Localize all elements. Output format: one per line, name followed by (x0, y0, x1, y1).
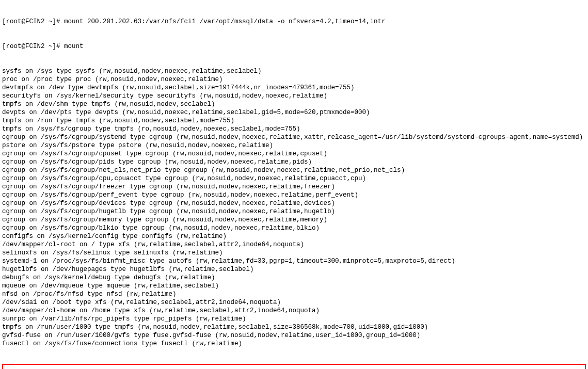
mount-line: gvfsd-fuse on /run/user/1000/gvfs type f… (2, 331, 586, 340)
terminal-output[interactable]: [root@FCIN2 ~]# mount 200.201.202.63:/va… (0, 0, 588, 369)
mount-line: pstore on /sys/fs/pstore type pstore (rw… (2, 141, 586, 150)
mount-line: cgroup on /sys/fs/cgroup/cpu,cpuacct typ… (2, 174, 586, 183)
mount-line: /dev/mapper/cl-root on / type xfs (rw,re… (2, 240, 586, 249)
mount-line: cgroup on /sys/fs/cgroup/blkio type cgro… (2, 224, 586, 232)
highlighted-mount-entry: 200.201.202.63:/var/nfs/fci1 on /var/opt… (2, 364, 586, 369)
mount-line: mqueue on /dev/mqueue type mqueue (rw,re… (2, 282, 586, 290)
mount-line: securityfs on /sys/kernel/security type … (2, 92, 586, 100)
mount-line: tmpfs on /run/user/1000 type tmpfs (rw,n… (2, 323, 586, 331)
mount-line: cgroup on /sys/fs/cgroup/memory type cgr… (2, 216, 586, 224)
command-line-2: [root@FCIN2 ~]# mount (2, 42, 586, 51)
mount-line: cgroup on /sys/fs/cgroup/devices type cg… (2, 199, 586, 207)
mount-line: sunrpc on /var/lib/nfs/rpc_pipefs type r… (2, 315, 586, 323)
mount-line: nfsd on /proc/fs/nfsd type nfsd (rw,rela… (2, 290, 586, 298)
mount-line: systemd-1 on /proc/sys/fs/binfmt_misc ty… (2, 257, 586, 265)
mount-line: cgroup on /sys/fs/cgroup/net_cls,net_pri… (2, 166, 586, 174)
command-line-1: [root@FCIN2 ~]# mount 200.201.202.63:/va… (2, 18, 586, 26)
mount-line: sysfs on /sys type sysfs (rw,nosuid,node… (2, 67, 586, 75)
mount-line: tmpfs on /dev/shm type tmpfs (rw,nosuid,… (2, 100, 586, 108)
mount-line: fusectl on /sys/fs/fuse/connections type… (2, 340, 586, 348)
mount-line: debugfs on /sys/kernel/debug type debugf… (2, 274, 586, 282)
mount-line: cgroup on /sys/fs/cgroup/systemd type cg… (2, 133, 586, 141)
mount-line: /dev/sda1 on /boot type xfs (rw,relatime… (2, 298, 586, 307)
mount-line: cgroup on /sys/fs/cgroup/freezer type cg… (2, 183, 586, 191)
mount-line: selinuxfs on /sys/fs/selinux type selinu… (2, 249, 586, 257)
mount-line: devtmpfs on /dev type devtmpfs (rw,nosui… (2, 84, 586, 92)
mount-line: tmpfs on /sys/fs/cgroup type tmpfs (ro,n… (2, 125, 586, 133)
mount-line: cgroup on /sys/fs/cgroup/cpuset type cgr… (2, 150, 586, 158)
mount-line: /dev/mapper/cl-home on /home type xfs (r… (2, 307, 586, 315)
mount-line: devpts on /dev/pts type devpts (rw,nosui… (2, 108, 586, 117)
mount-output: sysfs on /sys type sysfs (rw,nosuid,node… (2, 67, 586, 348)
mount-line: proc on /proc type proc (rw,nosuid,nodev… (2, 75, 586, 84)
mount-line: cgroup on /sys/fs/cgroup/pids type cgrou… (2, 158, 586, 166)
mount-line: configfs on /sys/kernel/config type conf… (2, 232, 586, 240)
mount-line: hugetlbfs on /dev/hugepages type hugetlb… (2, 265, 586, 274)
mount-line: cgroup on /sys/fs/cgroup/perf_event type… (2, 191, 586, 199)
mount-line: tmpfs on /run type tmpfs (rw,nosuid,node… (2, 117, 586, 125)
mount-line: cgroup on /sys/fs/cgroup/hugetlb type cg… (2, 207, 586, 216)
